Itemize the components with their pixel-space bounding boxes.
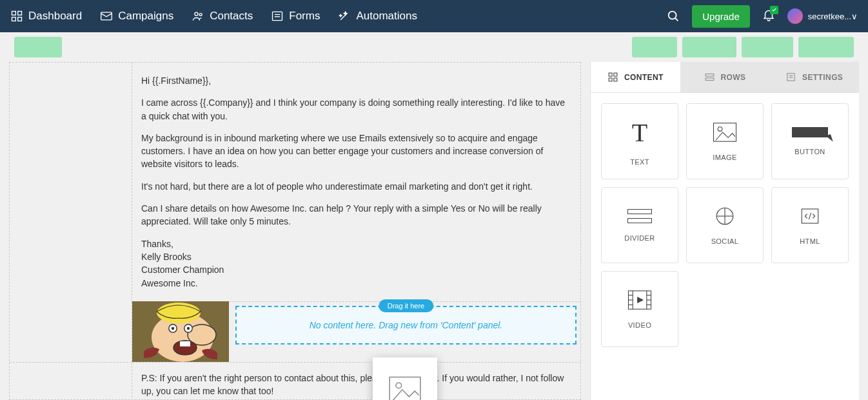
svg-point-10 [669,12,676,19]
nav-campaigns[interactable]: Campaigns [100,10,173,23]
mail-icon [100,10,113,23]
left-gutter-2 [10,302,132,362]
svg-rect-25 [614,73,617,76]
drop-hint-pill: Drag it here [379,299,433,312]
text-icon: T [632,117,647,148]
block-button[interactable]: BUTTON [771,103,849,179]
user-menu[interactable]: secretkee...∨ [787,8,858,24]
grid-icon [607,72,618,83]
video-icon [627,289,653,311]
top-nav: Dashboard Campaigns Contacts Forms Autom… [0,0,868,32]
svg-rect-30 [787,74,794,81]
search-icon[interactable] [666,9,680,23]
drag-ghost-image[interactable] [373,357,437,400]
sub-action-4[interactable] [798,37,854,57]
svg-rect-2 [12,17,16,21]
left-gutter-3 [10,363,132,398]
svg-rect-3 [18,17,22,21]
avatar [787,8,803,24]
upgrade-button[interactable]: Upgrade [692,5,750,28]
nav-contacts[interactable]: Contacts [192,10,253,23]
side-panel: CONTENT ROWS SETTINGS TTEXT IMAGE BUTTON… [590,62,859,400]
rows-icon [704,72,715,83]
nav-campaigns-label: Campaigns [118,10,173,23]
drop-zone[interactable]: Drag it here No content here. Drag new f… [235,306,577,358]
svg-rect-7 [273,12,282,20]
nav-dashboard[interactable]: Dashboard [10,10,82,23]
divider-icon [626,208,653,224]
email-image-block[interactable] [132,301,229,362]
tab-content[interactable]: CONTENT [591,62,680,93]
block-image[interactable]: IMAGE [686,103,764,179]
button-icon [792,127,828,137]
block-html[interactable]: HTML [771,187,849,263]
email-p1: I came across {{.Company}} and I think y… [141,96,571,123]
svg-point-23 [396,383,402,388]
nav-contacts-label: Contacts [210,10,253,23]
svg-rect-26 [609,78,612,81]
email-p4: Can I share details on how Awesome Inc. … [141,202,571,228]
image-icon [388,373,422,400]
svg-point-6 [199,14,202,16]
email-signature: Thanks, Kelly Brooks Customer Champion A… [141,237,571,290]
image-icon [712,121,738,143]
svg-rect-29 [705,78,714,81]
nav-automations-label: Automations [356,10,417,23]
svg-rect-1 [18,12,22,15]
block-video[interactable]: VIDEO [601,271,678,347]
svg-rect-22 [390,377,420,401]
email-p2: My background is in inbound marketing wh… [141,132,571,171]
svg-line-39 [809,213,811,219]
svg-rect-24 [609,73,612,76]
email-greeting: Hi {{.FirstName}}, [141,74,571,87]
settings-icon [785,72,796,83]
notifications-button[interactable] [762,8,776,25]
svg-point-17 [172,327,174,330]
drop-empty-text: No content here. Drag new from 'Content'… [310,320,503,330]
nav-items: Dashboard Campaigns Contacts Forms Autom… [10,10,417,23]
tab-settings[interactable]: SETTINGS [769,62,859,93]
nav-forms-label: Forms [289,10,320,23]
sub-back-button[interactable] [14,37,62,57]
html-icon [797,205,823,227]
email-p3: It's not hard, but there are a lot of pe… [141,180,571,193]
dashboard-icon [10,10,23,23]
tab-rows[interactable]: ROWS [680,62,770,93]
wand-icon [338,10,351,23]
svg-rect-21 [180,341,190,346]
svg-point-34 [718,127,722,132]
svg-rect-28 [705,74,714,77]
sub-action-2[interactable] [682,37,736,57]
nav-automations[interactable]: Automations [338,10,417,23]
svg-point-5 [195,12,198,15]
nav-right: Upgrade secretkee...∨ [666,5,858,28]
profile-image [132,301,229,362]
email-ps: P.S: If you aren't the right person to c… [141,372,571,398]
sub-toolbar [0,32,868,62]
email-ps-block[interactable]: P.S: If you aren't the right person to c… [132,363,580,398]
block-divider[interactable]: DIVIDER [601,187,678,263]
sub-action-1[interactable] [632,37,677,57]
nav-forms[interactable]: Forms [271,10,320,23]
svg-point-19 [187,327,190,330]
svg-rect-0 [12,12,16,15]
notif-check-badge [770,6,778,14]
main-area: Hi {{.FirstName}}, I came across {{.Comp… [0,62,868,400]
panel-tabs: CONTENT ROWS SETTINGS [591,62,859,93]
svg-rect-27 [614,78,617,81]
forms-icon [271,10,284,23]
social-icon [712,205,738,227]
content-blocks-grid: TTEXT IMAGE BUTTON DIVIDER SOCIAL HTML V… [591,93,859,357]
email-text-block[interactable]: Hi {{.FirstName}}, I came across {{.Comp… [132,63,580,302]
block-text[interactable]: TTEXT [601,103,678,179]
editor-canvas: Hi {{.FirstName}}, I came across {{.Comp… [0,62,590,400]
contacts-icon [192,10,204,23]
left-gutter [10,63,132,302]
sub-action-3[interactable] [742,37,793,57]
user-name-label: secretkee...∨ [808,12,858,21]
svg-line-11 [675,18,678,21]
nav-dashboard-label: Dashboard [28,10,82,23]
svg-rect-4 [101,12,112,20]
block-social[interactable]: SOCIAL [686,187,764,263]
